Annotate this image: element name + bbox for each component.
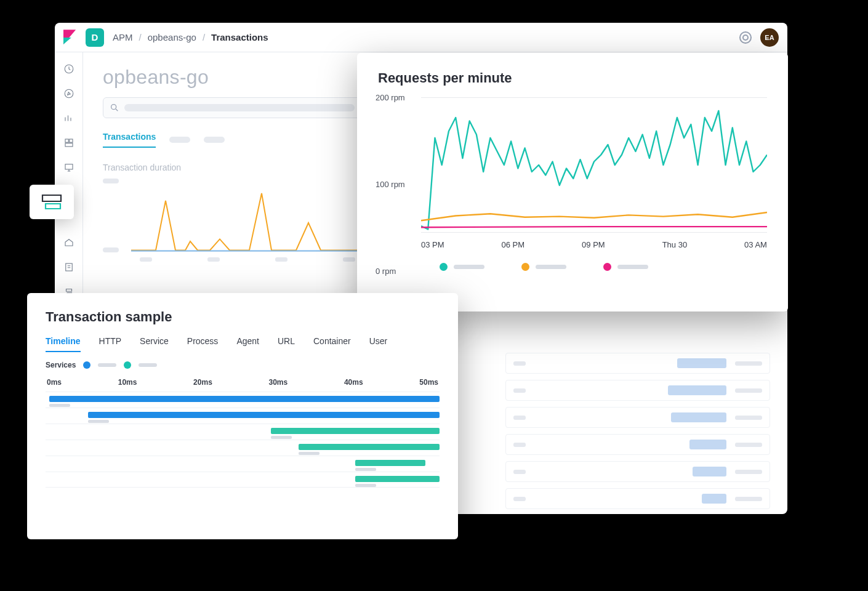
tab-http[interactable]: HTTP — [99, 336, 122, 352]
tab-stub[interactable] — [169, 137, 190, 143]
floating-nav-chip[interactable] — [30, 185, 74, 219]
tab-agent[interactable]: Agent — [236, 336, 259, 352]
search-icon — [110, 103, 119, 113]
service-dot-blue[interactable] — [83, 361, 90, 369]
rpm-xtick: 03 AM — [744, 240, 767, 249]
time-tick: 30ms — [269, 378, 288, 387]
span-label-stub — [271, 436, 292, 439]
timeline-row[interactable] — [46, 456, 440, 472]
table-row[interactable] — [505, 488, 770, 509]
titlebar: D APM / opbeans-go / Transactions EA — [55, 23, 787, 52]
table-row[interactable] — [505, 461, 770, 482]
breadcrumb-service[interactable]: opbeans-go — [148, 32, 196, 42]
time-tick: 40ms — [344, 378, 363, 387]
legend-orange[interactable] — [521, 263, 566, 271]
svg-rect-7 — [65, 164, 73, 169]
transaction-sample-panel: Transaction sample Timeline HTTP Service… — [27, 293, 458, 539]
services-label: Services — [46, 361, 76, 369]
rpm-xtick: 09 PM — [582, 240, 605, 249]
timeline-row[interactable] — [46, 408, 440, 424]
time-tick: 0ms — [47, 378, 62, 387]
svg-rect-5 — [69, 139, 72, 142]
sample-title: Transaction sample — [46, 309, 440, 325]
table-row[interactable] — [505, 380, 770, 401]
legend-magenta[interactable] — [603, 263, 648, 271]
search-input[interactable] — [103, 97, 361, 118]
logs-icon[interactable] — [63, 262, 74, 273]
tab-process[interactable]: Process — [187, 336, 219, 352]
apm-chip-icon — [41, 193, 63, 211]
span-bar[interactable] — [88, 412, 440, 418]
service-stub — [139, 363, 157, 367]
svg-marker-1 — [63, 38, 71, 44]
tab-timeline[interactable]: Timeline — [46, 336, 81, 352]
time-tick: 20ms — [193, 378, 212, 387]
span-bar[interactable] — [299, 444, 440, 450]
tab-transactions[interactable]: Transactions — [103, 132, 156, 148]
avatar-initials: EA — [765, 34, 774, 41]
canvas-icon[interactable] — [63, 162, 74, 173]
timeline-row[interactable] — [46, 472, 440, 488]
timeline-gantt — [46, 392, 440, 488]
background-rows — [505, 353, 770, 514]
tab-user[interactable]: User — [369, 336, 388, 352]
avatar[interactable]: EA — [760, 28, 779, 47]
infrastructure-icon[interactable] — [63, 237, 74, 248]
visualize-icon[interactable] — [63, 113, 74, 124]
timeline-row[interactable] — [46, 424, 440, 440]
kibana-logo-icon — [63, 30, 77, 46]
span-label-stub — [49, 404, 70, 407]
compass-icon[interactable] — [63, 88, 74, 99]
timeline-row[interactable] — [46, 440, 440, 456]
tab-container[interactable]: Container — [313, 336, 351, 352]
breadcrumb-sep: / — [139, 32, 142, 42]
span-label-stub — [355, 468, 376, 471]
help-icon[interactable] — [739, 31, 752, 44]
search-placeholder-stub — [124, 104, 355, 111]
rpm-ytick: 100 rpm — [376, 180, 405, 189]
services-legend: Services — [46, 361, 440, 369]
breadcrumb-current: Transactions — [211, 32, 268, 42]
space-badge[interactable]: D — [86, 28, 104, 47]
breadcrumb-sep: / — [203, 32, 205, 42]
time-tick: 50ms — [419, 378, 438, 387]
time-tick: 10ms — [118, 378, 137, 387]
rpm-ytick: 200 rpm — [376, 93, 405, 102]
span-label-stub — [299, 452, 319, 455]
duration-sparkline — [131, 179, 377, 252]
rpm-xtick: 06 PM — [502, 240, 525, 249]
breadcrumb: APM / opbeans-go / Transactions — [113, 32, 268, 42]
tab-service[interactable]: Service — [140, 336, 169, 352]
timeline-row[interactable] — [46, 392, 440, 408]
time-scale: 0ms 10ms 20ms 30ms 40ms 50ms — [46, 378, 440, 387]
sample-tabs: Timeline HTTP Service Process Agent URL … — [46, 336, 440, 352]
recent-icon[interactable] — [63, 63, 74, 74]
svg-rect-4 — [65, 139, 68, 142]
rpm-xtick: 03 PM — [421, 240, 444, 249]
rpm-x-axis: 03 PM 06 PM 09 PM Thu 30 03 AM — [378, 240, 767, 249]
span-bar[interactable] — [49, 396, 440, 402]
tab-url[interactable]: URL — [278, 336, 295, 352]
table-row[interactable] — [505, 353, 770, 374]
table-row[interactable] — [505, 407, 770, 428]
space-initial: D — [92, 32, 98, 42]
rpm-svg — [421, 97, 767, 233]
table-row[interactable] — [505, 434, 770, 455]
svg-point-3 — [65, 89, 73, 98]
breadcrumb-apm[interactable]: APM — [113, 32, 133, 42]
dashboard-icon[interactable] — [63, 137, 74, 148]
rpm-legend — [378, 263, 767, 271]
span-bar[interactable] — [271, 428, 440, 434]
tab-stub[interactable] — [204, 137, 225, 143]
legend-teal[interactable] — [440, 263, 484, 271]
svg-point-9 — [111, 105, 116, 110]
y-tick-stub — [103, 247, 119, 252]
y-tick-stub — [103, 179, 119, 183]
span-label-stub — [355, 484, 376, 487]
rpm-title: Requests per minute — [378, 70, 767, 86]
svg-rect-8 — [65, 263, 72, 271]
span-bar[interactable] — [355, 460, 425, 466]
span-bar[interactable] — [355, 476, 440, 482]
service-dot-teal[interactable] — [124, 361, 131, 369]
rpm-chart: 200 rpm 100 rpm 0 rpm 03 PM 06 PM 09 PM … — [378, 97, 767, 271]
